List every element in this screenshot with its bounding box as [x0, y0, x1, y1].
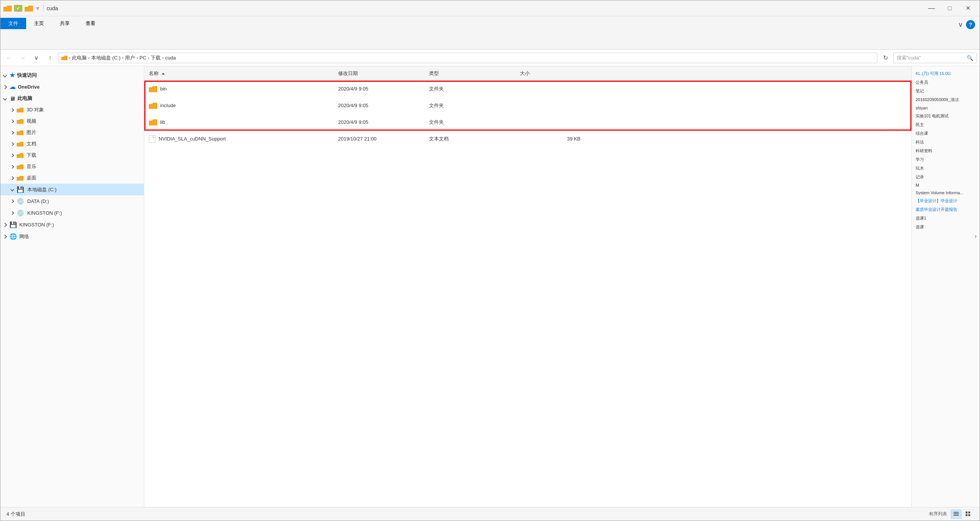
sidebar-item-desktop[interactable]: 桌面: [0, 172, 144, 184]
right-panel-item[interactable]: 科研资料: [912, 146, 980, 155]
right-panel-item[interactable]: shiyan: [912, 104, 980, 112]
table-row[interactable]: include 2020/4/9 9:05 文件夹: [144, 97, 912, 114]
col-header-type[interactable]: 类型: [429, 70, 520, 77]
table-row[interactable]: bin 2020/4/9 9:05 文件夹: [144, 81, 912, 97]
file-date: 2020/4/9 9:05: [338, 86, 429, 92]
right-panel-item[interactable]: 素质毕业设计开题报告: [912, 205, 980, 214]
cloud-icon: ☁: [10, 83, 16, 91]
col-header-name[interactable]: 名称: [149, 70, 338, 77]
right-panel-item[interactable]: 记录: [912, 173, 980, 181]
sidebar-item-video[interactable]: 视频: [0, 116, 144, 127]
minimize-button[interactable]: —: [923, 2, 940, 14]
right-panel-item[interactable]: 选课1: [912, 214, 980, 222]
main-area: ★ 快速访问 ☁ OneDrive 🖥 此电脑 3D 对象: [0, 66, 980, 507]
chevron-right-icon: [3, 85, 7, 89]
sidebar-item-network[interactable]: 🌐 网络: [0, 230, 144, 242]
right-panel-item[interactable]: 学习: [912, 155, 980, 164]
ribbon-chevron-down[interactable]: ∨: [958, 21, 963, 29]
svg-rect-5: [966, 514, 967, 516]
sidebar-item-music[interactable]: 音乐: [0, 161, 144, 172]
chevron-right-icon: [3, 222, 7, 227]
column-headers: 名称 修改日期 类型 大小: [144, 66, 912, 81]
file-type: 文件夹: [429, 102, 520, 109]
sidebar-item-pictures[interactable]: 图片: [0, 127, 144, 138]
sidebar-item-3d[interactable]: 3D 对象: [0, 104, 144, 116]
sidebar: ★ 快速访问 ☁ OneDrive 🖥 此电脑 3D 对象: [0, 66, 144, 507]
right-panel-item[interactable]: 笔记: [912, 87, 980, 95]
right-panel-item[interactable]: M: [912, 181, 980, 189]
ribbon: 文件 主页 共享 查看 ∨ ?: [0, 16, 980, 49]
sidebar-item-kingston-2[interactable]: 💾 KINGSTON (F:): [0, 219, 144, 230]
folder-icon: [17, 164, 24, 169]
chevron-right-icon: [11, 176, 14, 180]
folder-icon: [149, 102, 157, 109]
search-box[interactable]: 搜索"cuda" 🔍: [893, 52, 977, 63]
up-button[interactable]: ↑: [44, 52, 56, 64]
folder-icon: [17, 175, 24, 181]
search-label: 搜索"cuda": [897, 54, 921, 61]
right-panel-item[interactable]: 民主: [912, 121, 980, 129]
window-title: cuda: [46, 5, 58, 11]
right-panel-item[interactable]: 实验101 电机测试: [912, 112, 980, 121]
breadcrumb[interactable]: › 此电脑 › 本地磁盘 (C:) › 用户 › PC › 下载 › cuda: [58, 52, 877, 63]
large-icon-view-button[interactable]: [963, 510, 974, 519]
right-panel-item[interactable]: 科法: [912, 138, 980, 146]
refresh-button[interactable]: ↻: [880, 52, 891, 64]
right-panel-expand[interactable]: ›: [912, 231, 980, 241]
right-panel-header: KL.(乃) 可用 15.0G: [912, 69, 980, 78]
large-icon-view-icon: [966, 511, 971, 517]
chevron-right-icon: [11, 165, 14, 168]
col-header-size[interactable]: 大小: [520, 70, 581, 77]
right-panel-item[interactable]: 综合课: [912, 129, 980, 138]
right-panel-item[interactable]: 公务员: [912, 78, 980, 87]
folder-icon: [149, 119, 157, 126]
kingston2-icon: 💾: [10, 221, 17, 228]
file-rows-container: bin 2020/4/9 9:05 文件夹 include 2020/4/9 9…: [144, 81, 912, 147]
file-name-col: NVIDIA_SLA_cuDNN_Support: [149, 135, 338, 143]
sidebar-item-drive-c[interactable]: 💾 本地磁盘 (C:): [0, 184, 144, 195]
window: ✓ ▾ cuda — □ ✕ 文件 主页 共享 查看: [0, 0, 980, 521]
sidebar-item-onedrive[interactable]: ☁ OneDrive: [0, 81, 144, 93]
maximize-button[interactable]: □: [941, 2, 958, 14]
right-panel-item[interactable]: System Volume Informa...: [912, 189, 980, 197]
sidebar-item-documents[interactable]: 文档: [0, 138, 144, 149]
dropdown-button[interactable]: ∨: [31, 52, 42, 64]
svg-rect-4: [968, 511, 970, 513]
right-panel-item[interactable]: 选课: [912, 222, 980, 231]
right-panel-item[interactable]: 【毕业设计】毕业设计: [912, 197, 980, 205]
sort-arrow-icon: [162, 73, 165, 75]
search-icon: 🔍: [967, 55, 973, 61]
tab-share[interactable]: 共享: [52, 18, 78, 29]
chevron-right-icon: [11, 119, 14, 123]
tab-home[interactable]: 主页: [26, 18, 52, 29]
title-bar: ✓ ▾ cuda — □ ✕: [0, 0, 980, 16]
sidebar-item-quick-access[interactable]: ★ 快速访问: [0, 69, 144, 81]
chevron-right-icon: [11, 108, 14, 112]
sidebar-item-downloads[interactable]: 下载: [0, 149, 144, 161]
ribbon-help-button[interactable]: ?: [966, 20, 975, 29]
detail-view-icon: [953, 511, 959, 517]
chevron-down-icon: [3, 73, 7, 77]
tab-file[interactable]: 文件: [0, 18, 26, 29]
tab-view[interactable]: 查看: [78, 18, 103, 29]
sidebar-item-drive-d[interactable]: 💿 DATA (D:): [0, 195, 144, 207]
col-header-date[interactable]: 修改日期: [338, 70, 429, 77]
right-panel-item[interactable]: 玩木: [912, 164, 980, 173]
forward-button[interactable]: →: [17, 52, 29, 64]
file-type: 文件夹: [429, 119, 520, 126]
back-button[interactable]: ←: [3, 52, 15, 64]
file-name-col: bin: [149, 86, 338, 92]
svg-rect-1: [953, 513, 959, 514]
kingston-icon: 💿: [17, 210, 24, 217]
chevron-right-icon: [11, 153, 14, 157]
close-button[interactable]: ✕: [959, 2, 977, 14]
table-row[interactable]: NVIDIA_SLA_cuDNN_Support 2019/10/27 21:0…: [144, 130, 912, 147]
right-panel-item[interactable]: 20160209050009_清洁: [912, 95, 980, 104]
detail-view-button[interactable]: [951, 510, 961, 519]
pc-icon: 🖥: [10, 95, 15, 102]
chevron-right-icon: [3, 234, 7, 238]
right-panel: KL.(乃) 可用 15.0G 公务员 笔记 20160209050009_清洁…: [912, 66, 980, 507]
table-row[interactable]: lib 2020/4/9 9:05 文件夹: [144, 114, 912, 130]
sidebar-item-kingston-1[interactable]: 💿 KINGSTON (F:): [0, 207, 144, 219]
sidebar-item-this-pc[interactable]: 🖥 此电脑: [0, 93, 144, 104]
